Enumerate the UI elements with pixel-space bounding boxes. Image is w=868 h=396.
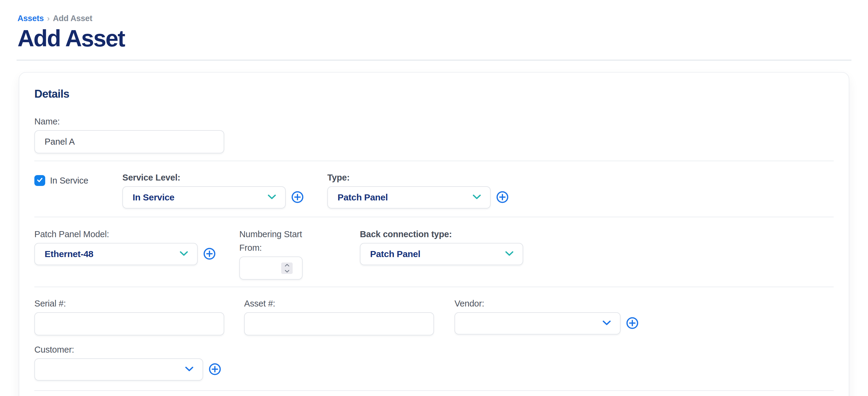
numbering-start-input[interactable] <box>239 256 303 280</box>
chevron-down-icon <box>505 251 514 257</box>
chevron-down-icon <box>472 194 481 201</box>
breadcrumb-link-assets[interactable]: Assets <box>18 14 44 23</box>
add-service-level-button[interactable] <box>291 191 304 204</box>
patch-panel-model-value: Ethernet-48 <box>44 249 93 259</box>
row-name: Name: <box>34 115 834 161</box>
name-input[interactable] <box>34 130 224 153</box>
service-level-select[interactable]: In Service <box>122 186 286 209</box>
serial-number-input[interactable] <box>34 312 224 335</box>
plus-circle-icon <box>203 247 216 261</box>
details-card: Details Name: In Service Service Le <box>19 72 849 396</box>
plus-circle-icon <box>626 317 639 330</box>
vendor-field: Vendor: <box>455 297 639 335</box>
vendor-label: Vendor: <box>455 297 639 310</box>
service-level-value: In Service <box>133 192 175 203</box>
chevron-down-icon <box>268 194 276 201</box>
name-field: Name: <box>34 115 224 153</box>
type-field: Type: Patch Panel <box>327 171 509 209</box>
vendor-select[interactable] <box>455 312 621 335</box>
add-type-button[interactable] <box>496 191 509 204</box>
asset-number-input[interactable] <box>244 312 434 335</box>
add-patch-panel-model-button[interactable] <box>203 248 216 261</box>
plus-circle-icon <box>209 363 221 376</box>
patch-panel-model-label: Patch Panel Model: <box>34 227 239 241</box>
chevron-down-icon <box>180 251 188 257</box>
customer-select[interactable] <box>34 358 203 380</box>
asset-number-label: Asset #: <box>244 297 455 310</box>
numbering-start-label: Numbering Start From: <box>239 227 324 255</box>
add-vendor-button[interactable] <box>626 317 639 330</box>
row-identifiers: Serial #: Asset #: Vendor: <box>34 286 834 390</box>
type-label: Type: <box>327 171 509 184</box>
add-customer-button[interactable] <box>209 363 221 376</box>
row-service: In Service Service Level: In Service <box>34 161 834 217</box>
back-connection-type-value: Patch Panel <box>370 249 421 259</box>
breadcrumb-separator: › <box>47 14 50 23</box>
page-header: Assets › Add Asset Add Asset <box>17 0 851 61</box>
chevron-down-icon <box>185 366 193 373</box>
plus-circle-icon <box>291 191 304 204</box>
check-icon <box>36 176 43 185</box>
name-label: Name: <box>34 115 224 128</box>
back-connection-type-label: Back connection type: <box>360 227 523 241</box>
page-title: Add Asset <box>18 27 850 50</box>
service-level-field: Service Level: In Service <box>122 171 327 209</box>
in-service-checkbox-row: In Service <box>34 175 122 186</box>
breadcrumb: Assets › Add Asset <box>18 14 850 23</box>
asset-number-field: Asset #: <box>244 297 455 335</box>
back-connection-type-field: Back connection type: Patch Panel <box>360 227 523 265</box>
chevron-up-icon <box>284 263 290 268</box>
row-model: Patch Panel Model: Ethernet-48 <box>34 217 834 286</box>
in-service-field: In Service <box>34 171 122 186</box>
numbering-start-field: Numbering Start From: <box>239 227 360 280</box>
breadcrumb-current: Add Asset <box>53 14 93 23</box>
row-divider-bottom <box>34 390 834 396</box>
section-title-details: Details <box>34 88 834 100</box>
service-level-label: Service Level: <box>122 171 327 184</box>
serial-number-field: Serial #: <box>34 297 244 335</box>
plus-circle-icon <box>496 191 509 204</box>
patch-panel-model-field: Patch Panel Model: Ethernet-48 <box>34 227 239 265</box>
type-select[interactable]: Patch Panel <box>327 186 491 209</box>
number-stepper[interactable] <box>281 263 293 274</box>
chevron-down-icon <box>602 321 611 327</box>
patch-panel-model-select[interactable]: Ethernet-48 <box>34 243 198 265</box>
customer-field: Customer: <box>34 343 834 380</box>
in-service-checkbox[interactable] <box>34 175 45 186</box>
serial-number-label: Serial #: <box>34 297 244 310</box>
customer-label: Customer: <box>34 343 834 357</box>
in-service-label: In Service <box>50 176 88 186</box>
back-connection-type-select[interactable]: Patch Panel <box>360 243 523 265</box>
chevron-down-icon <box>284 269 290 274</box>
type-value: Patch Panel <box>338 192 388 203</box>
